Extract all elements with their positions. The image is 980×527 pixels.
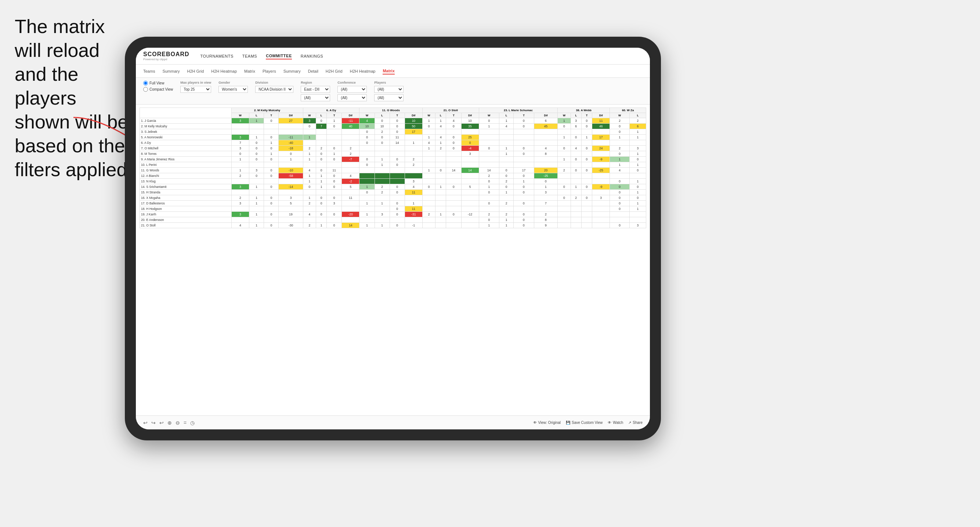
subh-sc-w: W <box>479 113 499 118</box>
region-sub-select[interactable]: (All) <box>301 94 330 101</box>
nav-teams[interactable]: TEAMS <box>242 53 257 59</box>
player-name: 11. G Woods <box>140 168 232 173</box>
subh-za-w: W <box>610 113 630 118</box>
top-navigation: SCOREBOARD Powered by clippd TOURNAMENTS… <box>136 48 650 65</box>
logo-area: SCOREBOARD Powered by clippd <box>143 51 189 61</box>
max-players-select[interactable]: Top 25 Top 50 <box>180 86 211 93</box>
player-name: 17. D Ballesteros <box>140 201 232 206</box>
player-name: 3. S Jelinek <box>140 129 232 135</box>
subh-webb-t: T <box>581 113 592 118</box>
gender-select[interactable]: Women's Men's <box>218 86 248 93</box>
watch-icon: 👁 <box>608 421 611 425</box>
save-custom-label: Save Custom View <box>572 421 603 425</box>
conference-select[interactable]: (All) <box>337 86 367 93</box>
gender-filter: Gender Women's Men's <box>218 81 248 93</box>
player-name: 18. H Hodgson <box>140 206 232 212</box>
players-filter: Players (All) (All) <box>374 81 404 101</box>
player-name: 15. H Stranda <box>140 190 232 195</box>
subh-stoll-t: T <box>446 113 461 118</box>
view-original-button[interactable]: 👁 View: Original <box>533 421 561 425</box>
player-name: 21. O Stoll <box>140 223 232 228</box>
view-radio-group: Full View Compact View <box>143 81 173 92</box>
player-name: 13. N Klug <box>140 179 232 184</box>
player-name: 14. S Srichantamit <box>140 184 232 190</box>
subnav-summary[interactable]: Summary <box>162 68 180 74</box>
conference-label: Conference <box>337 81 367 84</box>
subnav-detail[interactable]: Detail <box>308 68 318 74</box>
subh-kelly-t: T <box>264 113 279 118</box>
remove-button[interactable]: ⊖ <box>175 420 180 426</box>
nav-committee[interactable]: COMMITTEE <box>266 53 292 59</box>
subh-sc-dif: Dif <box>534 113 558 118</box>
equal-button[interactable]: = <box>184 420 186 426</box>
conference-sub-select[interactable]: (All) <box>337 94 367 101</box>
row-header-empty <box>140 108 232 118</box>
subnav-matrix[interactable]: Matrix <box>244 68 255 74</box>
table-row: 21. O Stoll 410-30 21014 110-1 1109 03 <box>140 223 646 228</box>
col-header-dy: 6. A Dy <box>303 108 360 113</box>
table-row: 9. A Maria Jimenez Rios 1001 100-7 0102 … <box>140 157 646 162</box>
player-name: 8. M Torres <box>140 151 232 157</box>
bottom-toolbar: ↩ ↪ ↩ ⊕ ⊖ = ◷ 👁 View: Original 💾 Save C <box>136 416 650 429</box>
division-select[interactable]: NCAA Division II NCAA Division I <box>255 86 293 93</box>
timer-button[interactable]: ◷ <box>190 420 195 426</box>
nav-tournaments[interactable]: TOURNAMENTS <box>200 53 234 59</box>
subh-sc-t: T <box>514 113 534 118</box>
nav-rankings[interactable]: RANKINGS <box>301 53 323 59</box>
eye-icon: 👁 <box>533 421 537 425</box>
app-content: SCOREBOARD Powered by clippd TOURNAMENTS… <box>136 48 650 429</box>
max-players-filter: Max players in view Top 25 Top 50 <box>180 81 211 93</box>
toolbar-right: 👁 View: Original 💾 Save Custom View 👁 Wa… <box>533 421 643 425</box>
col-header-webb: 38. A Webb <box>558 108 610 113</box>
subnav-h2h-heatmap[interactable]: H2H Heatmap <box>211 68 237 74</box>
subh-webb-dif: Dif <box>592 113 610 118</box>
players-sub-select[interactable]: (All) <box>374 94 404 101</box>
subh-dy-dif: Dif <box>342 113 360 118</box>
full-view-radio[interactable]: Full View <box>143 81 173 86</box>
table-row: 6. A Dy 701-40 00141 4100 <box>140 140 646 146</box>
subh-dy-l: L <box>316 113 326 118</box>
division-label: Division <box>255 81 293 84</box>
gender-label: Gender <box>218 81 248 84</box>
reset-button[interactable]: ↩ <box>159 420 164 426</box>
subh-stoll-w: W <box>422 113 435 118</box>
subh-stoll-l: L <box>436 113 446 118</box>
undo-button[interactable]: ↩ <box>143 420 148 426</box>
col-header-kelly: 2. M Kelly Mulcahy <box>231 108 303 113</box>
player-name: 1. J Garcia <box>140 118 232 124</box>
subh-kelly-w: W <box>231 113 249 118</box>
sub-navigation: Teams Summary H2H Grid H2H Heatmap Matri… <box>136 65 650 78</box>
nav-items: TOURNAMENTS TEAMS COMMITTEE RANKINGS <box>200 53 323 59</box>
share-button[interactable]: ↗ Share <box>628 421 643 425</box>
subh-woods-w: W <box>360 113 374 118</box>
col-header-za: 60. W Za <box>610 108 646 113</box>
compact-view-radio[interactable]: Compact View <box>143 87 173 92</box>
subnav-matrix2[interactable]: Matrix <box>383 68 395 75</box>
redo-button[interactable]: ↪ <box>151 420 156 426</box>
table-row: 13. N Klug 110-2 3 0210 01 <box>140 179 646 184</box>
subnav-summary2[interactable]: Summary <box>283 68 301 74</box>
table-row: 10. L Perini 0102 11 <box>140 162 646 168</box>
subh-dy-t: T <box>327 113 342 118</box>
table-row: 11. G Woods 130-10 4011 101414 1401720 2… <box>140 168 646 173</box>
region-select[interactable]: East - DII (All) <box>301 86 330 93</box>
player-name: 7. O Mitchell <box>140 146 232 151</box>
table-row: 20. E Andersson 0108 <box>140 217 646 223</box>
add-button[interactable]: ⊕ <box>167 420 172 426</box>
col-header-woods: 11. G Woods <box>360 108 423 113</box>
subnav-teams[interactable]: Teams <box>143 68 155 74</box>
matrix-table: 2. M Kelly Mulcahy 6. A Dy 11. G Woods 2… <box>140 108 646 228</box>
watch-button[interactable]: 👁 Watch <box>608 421 623 425</box>
players-select[interactable]: (All) <box>374 86 404 93</box>
subnav-h2h-grid[interactable]: H2H Grid <box>187 68 204 74</box>
subh-kelly-l: L <box>249 113 264 118</box>
matrix-content[interactable]: 2. M Kelly Mulcahy 6. A Dy 11. G Woods 2… <box>136 105 650 416</box>
toolbar-left: ↩ ↪ ↩ ⊕ ⊖ = ◷ <box>143 420 195 426</box>
subnav-players[interactable]: Players <box>262 68 276 74</box>
save-custom-button[interactable]: 💾 Save Custom View <box>566 421 603 425</box>
subnav-h2h-grid2[interactable]: H2H Grid <box>326 68 342 74</box>
player-name: 9. A Maria Jimenez Rios <box>140 157 232 162</box>
table-row: 2. M Kelly Mulcahy 07040 1010050 04035 1… <box>140 124 646 129</box>
subnav-h2h-heatmap2[interactable]: H2H Heatmap <box>350 68 375 74</box>
subh-za-l: L <box>629 113 646 118</box>
